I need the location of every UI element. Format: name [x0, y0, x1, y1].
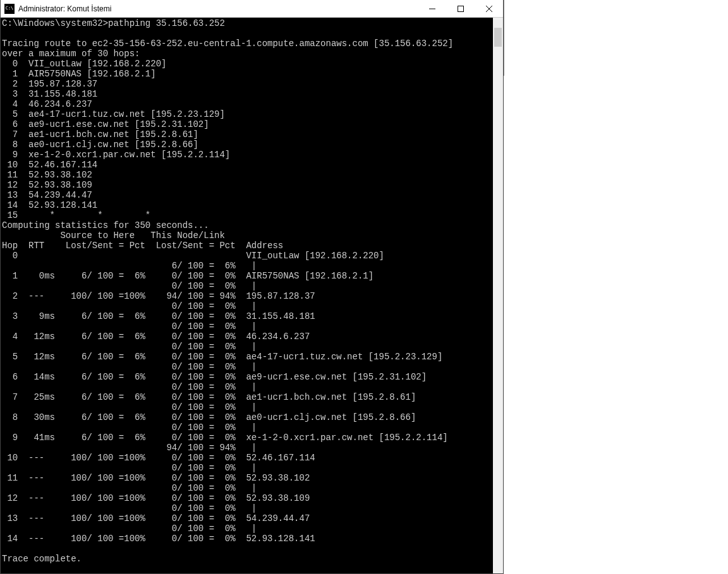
cmd-icon [4, 4, 15, 14]
maximize-button[interactable] [446, 0, 475, 18]
close-button[interactable] [475, 0, 503, 18]
window-title: Administrator: Komut İstemi [18, 4, 111, 13]
titlebar[interactable]: Administrator: Komut İstemi [1, 0, 503, 18]
terminal-output[interactable]: C:\Windows\system32>pathping 35.156.63.2… [1, 18, 503, 573]
scrollbar-thumb[interactable] [494, 28, 502, 47]
blank-area [504, 0, 728, 574]
maximize-icon [458, 6, 464, 12]
svg-rect-1 [458, 6, 463, 12]
close-icon [486, 6, 492, 12]
minimize-button[interactable] [418, 0, 446, 18]
minimize-icon [429, 6, 435, 12]
edge-line [504, 0, 504, 76]
cmd-window: Administrator: Komut İstemi C:\Windows\s… [0, 0, 504, 574]
vertical-scrollbar[interactable] [493, 18, 503, 573]
window-controls [418, 0, 503, 18]
